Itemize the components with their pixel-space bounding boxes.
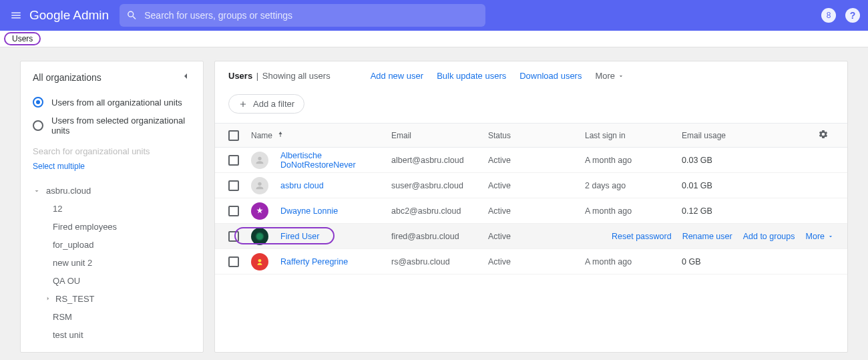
col-name[interactable]: Name — [251, 131, 272, 140]
content-area: All organizations Users from all organiz… — [0, 47, 868, 360]
sort-asc-icon — [276, 130, 284, 140]
breadcrumb-current[interactable]: Users — [4, 32, 41, 45]
col-signin[interactable]: Last sign in — [585, 131, 682, 140]
row-checkbox[interactable] — [228, 206, 239, 216]
org-side-panel: All organizations Users from all organiz… — [20, 61, 204, 353]
org-child[interactable]: RSM — [21, 308, 203, 326]
col-usage[interactable]: Email usage — [682, 131, 762, 140]
add-new-user-link[interactable]: Add new user — [371, 71, 424, 81]
user-name-link[interactable]: Fired User — [280, 232, 319, 241]
page-subtitle: Showing all users — [262, 71, 331, 81]
row-action-link[interactable]: Reset password — [612, 232, 672, 241]
radio-icon — [33, 120, 43, 131]
svg-point-0 — [258, 258, 262, 262]
user-usage: 0.03 GB — [682, 156, 762, 165]
table-row[interactable]: asbru cloudsuser@asbru.cloudActive2 days… — [215, 173, 847, 198]
org-child[interactable]: new unit 2 — [21, 254, 203, 272]
users-table: Name Email Status Last sign in Email usa… — [215, 124, 847, 275]
org-child[interactable]: RS_TEST — [21, 290, 203, 308]
row-checkbox[interactable] — [228, 180, 239, 191]
user-email: suser@asbru.cloud — [391, 181, 488, 190]
table-row[interactable]: Rafferty Peregriners@asbru.cloudActiveA … — [215, 249, 847, 275]
user-signin: A month ago — [585, 156, 682, 165]
user-status: Active — [488, 232, 585, 241]
user-usage: 0.01 GB — [682, 181, 762, 190]
org-child[interactable]: 12 — [21, 200, 203, 218]
search-input[interactable] — [144, 10, 479, 21]
select-all-checkbox[interactable] — [228, 130, 239, 141]
download-users-link[interactable]: Download users — [519, 71, 582, 81]
table-header: Name Email Status Last sign in Email usa… — [215, 124, 847, 148]
collapse-icon[interactable] — [180, 71, 191, 83]
chevron-right-icon — [45, 294, 51, 304]
org-tree: asbru.cloud 12Fired employeesfor_uploadn… — [21, 179, 203, 352]
main-header: Users | Showing all users Add new user B… — [215, 61, 847, 90]
table-row[interactable]: Fired Userfired@asbru.cloudActiveReset p… — [215, 224, 847, 249]
more-menu[interactable]: More — [595, 71, 624, 81]
radio-icon — [33, 97, 43, 108]
avatar — [251, 253, 268, 271]
user-email: albert@asbru.cloud — [391, 156, 488, 165]
radio-all-units[interactable]: Users from all organizational units — [21, 93, 203, 112]
row-action-link[interactable]: Add to groups — [743, 232, 795, 241]
user-name-link[interactable]: Albertische DoNotRestoreNever — [280, 151, 391, 170]
user-signin: 2 days ago — [585, 181, 682, 190]
org-child[interactable]: Fired employees — [21, 218, 203, 236]
avatar — [251, 177, 268, 194]
user-signin: A month ago — [585, 257, 682, 266]
bulk-update-link[interactable]: Bulk update users — [437, 71, 506, 81]
help-icon[interactable]: ? — [845, 8, 860, 23]
user-status: Active — [488, 181, 585, 190]
avatar — [251, 152, 268, 169]
logo-sub: Admin — [73, 8, 109, 23]
org-child[interactable]: for_upload — [21, 236, 203, 254]
page-title: Users — [228, 71, 252, 81]
org-root[interactable]: asbru.cloud — [21, 182, 203, 200]
top-bar: Google Admin 8 ? — [0, 0, 868, 31]
user-name-link[interactable]: Dwayne Lonnie — [280, 206, 338, 216]
logo-main: Google — [29, 8, 70, 23]
org-child[interactable]: QA OU — [21, 272, 203, 290]
add-filter-button[interactable]: Add a filter — [228, 94, 304, 114]
col-email[interactable]: Email — [391, 131, 488, 140]
table-row[interactable]: Dwayne Lonnieabc2@asbru.cloudActiveA mon… — [215, 198, 847, 224]
row-checkbox[interactable] — [228, 155, 239, 166]
users-main-panel: Users | Showing all users Add new user B… — [214, 61, 848, 353]
user-signin: A month ago — [585, 206, 682, 216]
user-name-link[interactable]: asbru cloud — [280, 181, 324, 190]
org-root-label: asbru.cloud — [46, 186, 91, 196]
search-bar[interactable] — [120, 4, 485, 27]
side-title: All organizations — [33, 72, 101, 83]
breadcrumb: Users — [0, 31, 868, 47]
table-row[interactable]: Albertische DoNotRestoreNeveralbert@asbr… — [215, 148, 847, 173]
menu-icon[interactable] — [8, 7, 24, 23]
radio-selected-label: Users from selected organizational units — [51, 116, 191, 136]
user-usage: 0.12 GB — [682, 206, 762, 216]
user-email: abc2@asbru.cloud — [391, 206, 488, 216]
avatar — [251, 228, 268, 245]
user-name-link[interactable]: Rafferty Peregrine — [280, 257, 348, 266]
user-status: Active — [488, 206, 585, 216]
user-status: Active — [488, 156, 585, 165]
user-email: fired@asbru.cloud — [391, 232, 488, 241]
radio-all-label: Users from all organizational units — [51, 98, 182, 108]
org-child[interactable]: test unit — [21, 326, 203, 344]
user-email: rs@asbru.cloud — [391, 257, 488, 266]
add-filter-label: Add a filter — [253, 99, 294, 109]
org-search-input[interactable]: Search for organizational units — [21, 140, 203, 159]
select-multiple-link[interactable]: Select multiple — [21, 159, 203, 179]
row-action-link[interactable]: Rename user — [682, 232, 732, 241]
col-status[interactable]: Status — [488, 131, 585, 140]
avatar — [251, 202, 268, 220]
gear-icon[interactable] — [818, 129, 834, 142]
user-status: Active — [488, 257, 585, 266]
row-checkbox[interactable] — [228, 231, 239, 242]
row-actions: Reset passwordRename userAdd to groupsMo… — [612, 232, 834, 241]
row-checkbox[interactable] — [228, 256, 239, 267]
radio-selected-units[interactable]: Users from selected organizational units — [21, 112, 203, 140]
account-avatar[interactable]: 8 — [821, 8, 836, 23]
user-usage: 0 GB — [682, 257, 762, 266]
search-icon — [126, 9, 138, 21]
row-more-menu[interactable]: More — [806, 232, 834, 241]
logo: Google Admin — [29, 8, 109, 23]
